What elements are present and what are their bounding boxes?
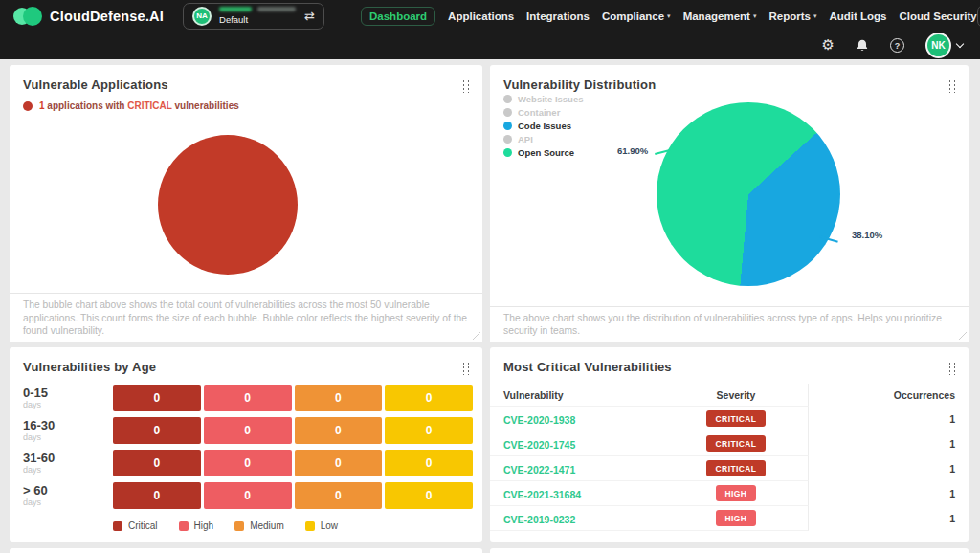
occurrences-value: 1 — [809, 456, 969, 481]
bar-segment-high: 0 — [204, 417, 292, 444]
legend-dot-icon — [503, 122, 512, 130]
most-critical-vulnerabilities-card: Most Critical Vulnerabilities Vulnerabil… — [490, 347, 969, 542]
settings-gear-icon[interactable]: ⚙ — [822, 38, 835, 53]
cve-link[interactable]: CVE-2021-31684 — [503, 489, 581, 500]
notifications-bell-icon[interactable] — [856, 38, 869, 53]
age-range-label: 16-30 — [23, 419, 113, 432]
card-description: The bubble chart above shows the total c… — [10, 293, 482, 342]
distribution-pie[interactable] — [657, 102, 840, 286]
caret-down-icon: ▾ — [753, 12, 757, 20]
legend-item-high: High — [179, 520, 214, 531]
legend-square-icon — [305, 521, 315, 531]
drag-handle-icon[interactable] — [461, 362, 470, 375]
drag-handle-icon[interactable] — [947, 79, 956, 93]
nav-integrations[interactable]: Integrations — [526, 11, 590, 22]
application-bubble[interactable] — [158, 135, 298, 275]
clouddefense-logo[interactable]: CloudDefense.AI — [13, 7, 164, 26]
legend-item-open-source[interactable]: Open Source — [503, 147, 583, 158]
legend-item-container[interactable]: Container — [503, 107, 583, 118]
bar-segment-high: 0 — [204, 482, 292, 509]
age-bar-chart: 0-15 days 0 0 0 0 16-30 days 0 0 0 0 — [10, 375, 482, 509]
table-row: CVE-2020-1938 CRITICAL 1 — [490, 407, 969, 431]
bar-segment-low: 0 — [385, 385, 473, 411]
bar-segment-low: 0 — [385, 450, 473, 476]
legend-square-icon — [179, 521, 189, 531]
vulnerabilities-by-age-card: Vulnerabilities by Age 0-15 days 0 0 0 0… — [10, 347, 482, 542]
table-row: CVE-2020-1745 CRITICAL 1 — [490, 431, 969, 456]
nav-compliance[interactable]: Compliance▾ — [602, 11, 671, 22]
age-row-16-30: 16-30 days 0 0 0 0 — [10, 417, 473, 444]
legend-item-website-issues[interactable]: Website Issues — [503, 94, 583, 104]
legend-dot-icon — [503, 148, 512, 157]
nav-dashboard[interactable]: Dashboard — [361, 7, 435, 26]
chevron-down-icon — [956, 39, 964, 47]
legend-dot-icon — [503, 135, 512, 144]
cve-link[interactable]: CVE-2020-1938 — [503, 414, 575, 426]
age-row-over-60: > 60 days 0 0 0 0 — [10, 482, 473, 509]
nav-audit-logs[interactable]: Audit Logs — [829, 11, 886, 22]
switch-org-icon[interactable]: ⇄ — [304, 10, 315, 22]
pie-legend: Website Issues Container Code Issues API… — [503, 94, 583, 158]
table-row: CVE-2019-0232 HIGH 1 — [490, 506, 969, 531]
user-avatar[interactable]: NK — [925, 33, 951, 58]
scan-status-button[interactable]: Scan Status: ⟳ — [977, 5, 980, 28]
age-row-0-15: 0-15 days 0 0 0 0 — [10, 385, 473, 411]
cve-link[interactable]: CVE-2019-0232 — [503, 514, 575, 525]
severity-badge: CRITICAL — [706, 435, 767, 452]
card-title: Vulnerabilities by Age — [23, 360, 156, 374]
legend-item-low: Low — [305, 520, 338, 531]
legend-dot-icon — [503, 108, 512, 117]
resize-handle-icon[interactable] — [959, 332, 967, 340]
occurrences-value: 1 — [809, 506, 969, 531]
legend-square-icon — [113, 521, 122, 531]
age-chart-legend: Critical High Medium Low — [113, 520, 338, 531]
nav-reports[interactable]: Reports▾ — [768, 11, 816, 22]
user-menu[interactable]: NK — [925, 33, 963, 58]
drag-handle-icon[interactable] — [461, 79, 470, 93]
bar-segment-medium: 0 — [295, 417, 383, 444]
cve-link[interactable]: CVE-2020-1745 — [503, 439, 575, 451]
critical-dot-icon — [23, 101, 33, 111]
bar-segment-critical: 0 — [113, 482, 201, 509]
clouddefense-logo-icon — [13, 7, 42, 26]
org-avatar: NA — [192, 7, 212, 26]
legend-item-critical: Critical — [113, 520, 158, 531]
bubble-legend-text: 1 applications with CRITICAL vulnerabili… — [39, 100, 239, 111]
column-header-occurrences: Occurrences — [809, 384, 969, 407]
drag-handle-icon[interactable] — [947, 362, 956, 375]
nav-cloud-security[interactable]: Cloud Security — [899, 11, 976, 22]
severity-badge: HIGH — [716, 485, 757, 501]
cve-link[interactable]: CVE-2022-1471 — [503, 464, 575, 476]
help-icon[interactable]: ? — [890, 38, 904, 53]
nav-applications[interactable]: Applications — [448, 11, 514, 22]
org-default-label: Default — [219, 14, 297, 25]
nav-management[interactable]: Management▾ — [683, 11, 757, 22]
age-unit-label: days — [23, 400, 113, 409]
legend-square-icon — [234, 521, 244, 531]
column-header-severity: Severity — [664, 389, 808, 401]
bar-segment-critical: 0 — [113, 385, 201, 411]
caret-down-icon: ▾ — [667, 12, 671, 20]
column-header-vulnerability: Vulnerability — [490, 389, 664, 401]
card-title: Vulnerability Distribution — [503, 77, 656, 92]
pie-slice-label-open-source: 61.90% — [617, 145, 648, 156]
occurrences-value: 1 — [809, 481, 969, 506]
resize-handle-icon[interactable] — [473, 332, 480, 340]
bar-segment-high: 0 — [204, 450, 292, 476]
age-unit-label: days — [23, 465, 113, 475]
legend-item-code-issues[interactable]: Code Issues — [503, 121, 583, 131]
bar-segment-medium: 0 — [295, 450, 383, 476]
bubble-legend: 1 applications with CRITICAL vulnerabili… — [10, 93, 482, 111]
age-range-label: 31-60 — [23, 452, 113, 465]
org-switcher[interactable]: NA Default ⇄ — [183, 3, 324, 30]
severity-badge: CRITICAL — [706, 460, 767, 476]
table-row: CVE-2022-1471 CRITICAL 1 — [490, 456, 969, 481]
table-row: CVE-2021-31684 HIGH 1 — [490, 481, 969, 506]
bar-segment-critical: 0 — [113, 417, 201, 444]
card-title: Most Critical Vulnerabilities — [503, 360, 672, 374]
bar-segment-high: 0 — [204, 385, 292, 411]
logo-text: CloudDefense.AI — [50, 9, 164, 24]
age-range-label: 0-15 — [23, 387, 113, 400]
legend-item-api[interactable]: API — [503, 134, 583, 144]
age-unit-label: days — [23, 432, 113, 442]
